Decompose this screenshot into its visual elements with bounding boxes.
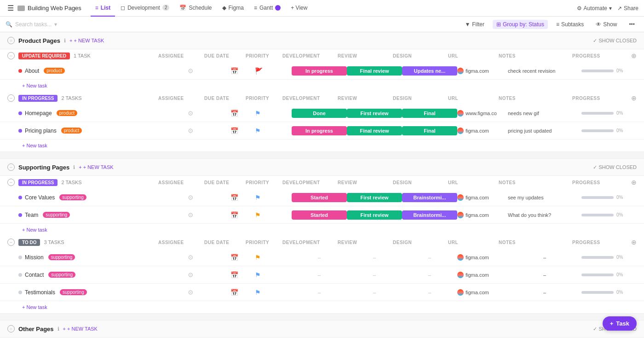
due-date-cell[interactable]: 📅 <box>213 67 255 75</box>
due-date-cell[interactable]: 📅 <box>213 110 255 117</box>
design-cell[interactable]: Brainstormi... <box>402 210 457 220</box>
review-cell[interactable]: First review <box>347 210 402 220</box>
url-cell[interactable]: figma.com <box>457 272 508 278</box>
priority-cell[interactable]: ⚑ <box>255 289 292 296</box>
assignee-cell[interactable]: ⚙ <box>167 110 213 117</box>
share-button[interactable]: ↗ Share <box>617 5 638 12</box>
add-status-icon-4[interactable]: ⊕ <box>631 239 637 246</box>
due-date-cell[interactable]: 📅 <box>213 271 255 279</box>
url-cell[interactable]: figma.com <box>457 128 508 134</box>
url-cell[interactable]: www.figma.co <box>457 110 508 117</box>
design-cell[interactable]: Updates ne... <box>402 66 457 76</box>
tab-figma[interactable]: ◆ Figma <box>218 0 248 17</box>
due-date-cell[interactable]: 📅 <box>213 289 255 296</box>
development-cell[interactable]: In progress <box>292 126 347 135</box>
add-task-button-2[interactable]: + New task <box>22 143 47 148</box>
review-cell[interactable]: First review <box>347 109 402 118</box>
due-date-cell[interactable]: 📅 <box>213 127 255 134</box>
collapse-supporting-pages[interactable]: – <box>7 163 15 171</box>
col-review: REVIEW <box>338 53 393 58</box>
priority-cell[interactable]: ⚑ <box>255 194 292 201</box>
collapse-update-required[interactable]: – <box>7 52 15 59</box>
tab-schedule[interactable]: 📅 Schedule <box>175 0 216 17</box>
assignee-cell[interactable]: ⚙ <box>167 289 213 296</box>
tab-add-view[interactable]: + View <box>286 0 312 17</box>
priority-cell[interactable]: ⚑ <box>255 211 292 219</box>
task-name-cell: Testimonials supporting <box>18 289 167 296</box>
priority-cell[interactable]: ⚑ <box>255 271 292 279</box>
folder-icon <box>17 6 25 11</box>
add-status-icon[interactable]: ⊕ <box>631 52 637 59</box>
url-cell[interactable]: figma.com <box>457 212 508 218</box>
assignee-cell[interactable]: ⚙ <box>167 194 213 201</box>
url-cell[interactable]: figma.com <box>457 289 508 296</box>
show-closed-supporting[interactable]: ✓ SHOW CLOSED <box>593 164 637 170</box>
col-development: DEVELOPMENT <box>282 53 338 58</box>
tab-development[interactable]: ◻ Development 2 <box>116 0 174 17</box>
collapse-todo[interactable]: – <box>7 239 15 246</box>
filter-button[interactable]: ▼ Filter <box>461 20 488 29</box>
notes-cell: check recent revision <box>508 68 581 74</box>
hamburger-menu[interactable]: ☰ <box>6 2 16 14</box>
collapse-in-progress-supporting[interactable]: – <box>7 179 15 186</box>
search-box[interactable]: 🔍 Search tasks... ▾ <box>6 21 57 28</box>
collapse-other-pages[interactable]: ○ <box>7 325 15 332</box>
review-cell[interactable]: Final review <box>347 126 402 135</box>
automate-button[interactable]: ⚙ Automate ▾ <box>577 5 612 12</box>
development-cell[interactable]: Started <box>292 193 347 202</box>
progress-cell: 0% <box>581 195 637 200</box>
url-cell[interactable]: figma.com <box>457 254 508 261</box>
collapse-product-pages[interactable]: ○ <box>7 37 15 44</box>
review-cell[interactable]: Final review <box>347 66 402 76</box>
due-date-cell[interactable]: 📅 <box>213 211 255 219</box>
ellipsis-icon: ••• <box>629 21 635 28</box>
info-icon-supporting[interactable]: ℹ <box>73 164 75 170</box>
info-icon-other[interactable]: ℹ <box>58 326 59 332</box>
due-date-cell[interactable]: 📅 <box>213 254 255 261</box>
new-task-supporting-pages[interactable]: + + NEW TASK <box>79 164 113 170</box>
subtasks-button[interactable]: ≡ Subtasks <box>552 20 587 29</box>
collapse-in-progress-product[interactable]: – <box>7 94 15 102</box>
development-cell[interactable]: In progress <box>292 66 347 76</box>
col-url: URL <box>448 53 499 58</box>
plus-icon-3: + <box>63 326 66 332</box>
section-other-pages: ○ Other Pages ℹ + + NEW TASK ✓ SHOW CLOS… <box>0 321 644 338</box>
design-cell[interactable]: Final <box>402 109 457 118</box>
section-product-pages: ○ Product Pages ℹ + + NEW TASK ✓ SHOW CL… <box>0 32 644 152</box>
progress-cell: 0% <box>581 272 637 277</box>
dev-badge-count: 2 <box>162 5 170 11</box>
priority-cell[interactable]: ⚑ <box>255 110 292 117</box>
add-task-button-4[interactable]: + New task <box>22 304 47 310</box>
add-status-icon-3[interactable]: ⊕ <box>631 179 637 186</box>
development-cell[interactable]: Done <box>292 109 347 118</box>
group-by-button[interactable]: ⊞ Group by: Status <box>493 20 548 29</box>
add-status-icon-2[interactable]: ⊕ <box>631 94 637 102</box>
new-task-product-pages[interactable]: + + NEW TASK <box>69 38 104 43</box>
priority-cell[interactable]: 🚩 <box>255 67 292 75</box>
create-task-fab[interactable]: + Task <box>603 316 637 331</box>
assignee-cell[interactable]: ⚙ <box>167 271 213 279</box>
assignee-cell[interactable]: ⚙ <box>167 127 213 134</box>
priority-cell[interactable]: ⚑ <box>255 127 292 134</box>
task-tag: supporting <box>60 289 87 295</box>
add-task-button[interactable]: + New task <box>22 83 47 88</box>
design-cell[interactable]: Brainstormi... <box>402 193 457 202</box>
more-options-button[interactable]: ••• <box>625 20 638 29</box>
assignee-cell[interactable]: ⚙ <box>167 254 213 261</box>
review-cell[interactable]: First review <box>347 193 402 202</box>
show-closed-product[interactable]: ✓ SHOW CLOSED <box>593 38 637 44</box>
tab-list[interactable]: ≡ List <box>91 0 115 17</box>
show-button[interactable]: 👁 Show <box>592 20 621 29</box>
url-cell[interactable]: figma.com <box>457 68 508 74</box>
development-cell[interactable]: Started <box>292 210 347 220</box>
tab-gantt[interactable]: ≡ Gantt <box>249 0 285 17</box>
new-task-other-pages[interactable]: + + NEW TASK <box>63 326 98 332</box>
url-cell[interactable]: figma.com <box>457 194 508 201</box>
priority-cell[interactable]: ⚑ <box>255 254 292 261</box>
info-icon-product[interactable]: ℹ <box>64 38 66 44</box>
design-cell[interactable]: Final <box>402 126 457 135</box>
due-date-cell[interactable]: 📅 <box>213 194 255 201</box>
assignee-cell[interactable]: ⚙ <box>167 67 213 75</box>
add-task-button-3[interactable]: + New task <box>22 227 47 233</box>
assignee-cell[interactable]: ⚙ <box>167 211 213 219</box>
